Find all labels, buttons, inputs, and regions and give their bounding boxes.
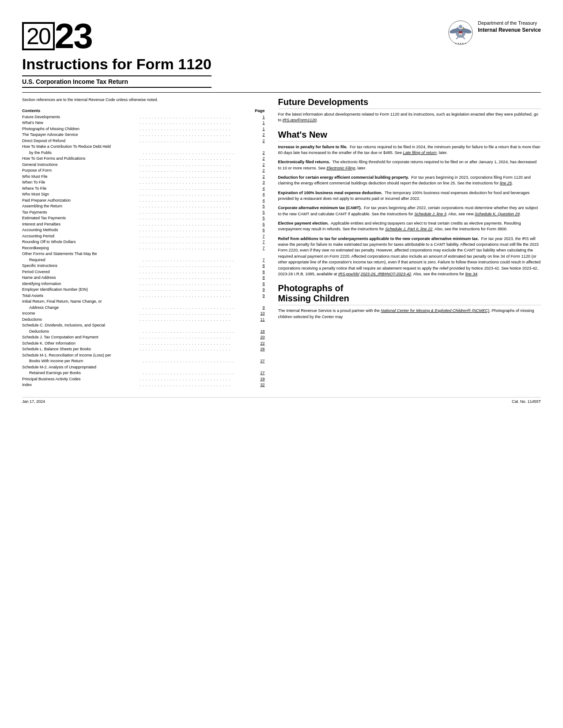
contents-row-label: Principal Business Activity Codes [22, 376, 140, 383]
contents-row-label: Who Must File [22, 174, 140, 180]
contents-row-dots: . . . . . . . . . . . . . . . . . . . . … [140, 162, 257, 168]
table-of-contents-row: Who Must Sign . . . . . . . . . . . . . … [22, 191, 265, 198]
table-of-contents-row: Employer Identification Number (EIN) . .… [22, 287, 265, 293]
contents-row-dots: . . . . . . . . . . . . . . . . . . . . … [140, 346, 257, 353]
table-of-contents-row: Address Change . . . . . . . . . . . . .… [22, 305, 265, 311]
contents-row-page: 22 [257, 341, 265, 347]
late-filing-link[interactable]: Late filing of return [403, 150, 437, 155]
page-footer: Jan 17, 2024 Cat. No. 11455T [22, 397, 541, 404]
footer-cat: Cat. No. 11455T [512, 399, 541, 404]
irs-form1120-link[interactable]: IRS.gov/Form1120 [283, 118, 317, 122]
table-of-contents-row: Specific Instructions . . . . . . . . . … [22, 263, 265, 269]
contents-row-page: 9 [257, 293, 265, 299]
table-of-contents-row: Total Assets . . . . . . . . . . . . . .… [22, 293, 265, 299]
contents-row-dots: . . . . . . . . . . . . . . . . . . . . … [140, 245, 257, 251]
contents-row-label: How To Get Forms and Publications [22, 156, 140, 162]
contents-row-label: Schedule L. Balance Sheets per Books [22, 346, 140, 353]
contents-row-page: 4 [257, 191, 265, 198]
table-of-contents-row: Schedule M-2. Analysis of Unappropriated [22, 364, 265, 371]
table-of-contents-row: Schedule L. Balance Sheets per Books . .… [22, 346, 265, 353]
table-of-contents-row: General Instructions . . . . . . . . . .… [22, 162, 265, 168]
contents-row-dots: . . . . . . . . . . . . . . . . . . . . … [140, 233, 257, 240]
contents-row-page: 8 [257, 269, 265, 275]
line25-link[interactable]: line 25 [500, 181, 512, 185]
contents-row-page: 1 [257, 120, 265, 126]
contents-row-label: Assembling the Return [22, 203, 140, 210]
contents-row-label: Who Must Sign [22, 191, 140, 198]
header-divider [22, 92, 541, 93]
contents-row-dots: . . . . . . . . . . . . . . . . . . . . … [140, 198, 257, 204]
contents-row-dots: . . . . . . . . . . . . . . . . . . . . … [140, 180, 257, 186]
contents-row-page: 10 [257, 311, 265, 317]
contents-row-label: Interest and Penalties [22, 221, 140, 228]
table-of-contents-row: Who Must File . . . . . . . . . . . . . … [22, 174, 265, 180]
schedule-k-q29-link[interactable]: Schedule K, Question 29 [475, 212, 520, 216]
contents-row-page: 18 [257, 329, 265, 335]
table-of-contents-row: Accounting Methods . . . . . . . . . . .… [22, 227, 265, 233]
year-suffix: 23 [55, 16, 92, 56]
not-2023-42-link[interactable]: 2023-26_IRB#NOT-2023-42 [361, 272, 412, 276]
schedule-j-part2-link[interactable]: Schedule J, Part II, line 22 [385, 227, 432, 231]
whats-new-p4: Expiration of 100% business meal expense… [278, 190, 541, 202]
table-of-contents-row: Assembling the Return . . . . . . . . . … [22, 203, 265, 210]
contents-row-label: Total Assets [22, 293, 140, 299]
line34-link[interactable]: line 34 [465, 272, 477, 276]
contents-row-page: 11 [257, 317, 265, 323]
contents-row-dots: . . . . . . . . . . . . . . . . . . . . … [140, 293, 257, 299]
contents-row-label: Other Forms and Statements That May Be [22, 251, 265, 257]
year-display: 2023 [22, 18, 212, 54]
irs-irb-link[interactable]: IRS.gov/irb/ [338, 272, 359, 276]
schedule-j-line3-link[interactable]: Schedule J, line 3 [414, 212, 446, 216]
contents-row-page: 8 [257, 281, 265, 287]
contents-row-label: When To File [22, 180, 140, 186]
page-col-label: Page [255, 108, 265, 113]
contents-row-dots: . . . . . . . . . . . . . . . . . . . . … [140, 263, 257, 269]
contents-row-label: Purpose of Form [22, 168, 140, 174]
section-title-photographs: Photographs ofMissing Children [278, 283, 541, 305]
contents-row-dots: . . . . . . . . . . . . . . . . . . . . … [140, 281, 257, 287]
contents-row-label: Address Change [29, 305, 143, 311]
contents-row-label: How To Make a Contribution To Reduce Deb… [22, 144, 265, 150]
irs-name: Internal Revenue Service [478, 26, 541, 34]
contents-row-dots: . . . . . . . . . . . . . . . . . . . . … [140, 114, 257, 120]
table-of-contents-row: How To Get Forms and Publications . . . … [22, 156, 265, 162]
contents-row-dots: . . . . . . . . . . . . . . . . . . . . … [140, 120, 257, 126]
contents-row-page: 20 [257, 334, 265, 341]
contents-row-label: by the Public [29, 150, 143, 156]
contents-row-page: 7 [257, 239, 265, 245]
contents-row-label: Paid Preparer Authorization [22, 198, 140, 204]
photographs-text: The Internal Revenue Service is a proud … [278, 308, 541, 320]
contents-row-dots: . . . . . . . . . . . . . . . . . . . . … [140, 334, 257, 341]
contents-row-dots: . . . . . . . . . . . . . . . . . . . . … [143, 370, 257, 376]
table-of-contents-row: Direct Deposit of Refund . . . . . . . .… [22, 138, 265, 144]
contents-row-page: 2 [257, 168, 265, 174]
table-of-contents-row: How To Make a Contribution To Reduce Deb… [22, 144, 265, 150]
contents-row-label: Future Developments [22, 114, 140, 120]
contents-row-dots: . . . . . . . . . . . . . . . . . . . . … [140, 126, 257, 132]
section-title-whats-new: What's New [278, 130, 541, 142]
table-of-contents-row: by the Public . . . . . . . . . . . . . … [22, 150, 265, 156]
contents-row-label: Direct Deposit of Refund [22, 138, 140, 144]
contents-row-page: 27 [257, 370, 265, 376]
table-of-contents-row: Schedule C. Dividends, Inclusions, and S… [22, 323, 265, 329]
contents-row-page: 1 [257, 126, 265, 132]
contents-row-page: 2 [257, 174, 265, 180]
electronic-filing-link[interactable]: Electronic Filing [326, 166, 355, 170]
table-of-contents-row: Tax Payments . . . . . . . . . . . . . .… [22, 210, 265, 216]
contents-row-page: 29 [257, 376, 265, 383]
contents-row-label: Required [29, 257, 143, 263]
contents-row-dots: . . . . . . . . . . . . . . . . . . . . … [140, 221, 257, 228]
contents-row-dots: . . . . . . . . . . . . . . . . . . . . … [140, 138, 257, 144]
header-right: ★ ★ ★ ★ ★ Department of the Treasury Int… [448, 20, 541, 45]
contents-row-page: 4 [257, 198, 265, 204]
contents-row-label: The Taxpayer Advocate Service [22, 132, 140, 138]
table-of-contents-row: Period Covered . . . . . . . . . . . . .… [22, 269, 265, 275]
irs-eagle-logo: ★ ★ ★ ★ ★ [448, 20, 473, 45]
ncmec-link[interactable]: National Center for Missing & Exploited … [381, 308, 489, 313]
table-of-contents-row: Schedule J. Tax Computation and Payment … [22, 334, 265, 341]
whats-new-p7: Relief from additions to tax for underpa… [278, 236, 541, 277]
contents-row-page: 3 [257, 180, 265, 186]
footer-date: Jan 17, 2024 [22, 399, 45, 404]
contents-row-label: Estimated Tax Payments [22, 215, 140, 221]
section-title-future: Future Developments [278, 97, 541, 109]
